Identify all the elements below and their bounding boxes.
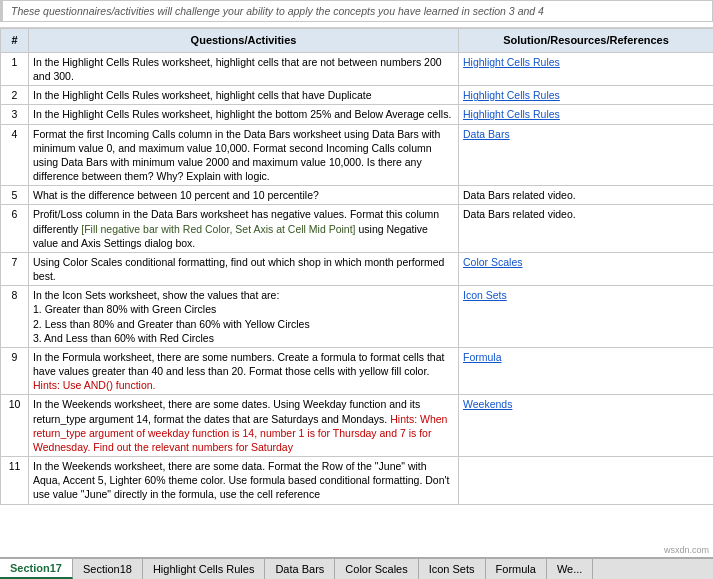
question-text: Using Color Scales conditional formattin… [33,256,447,282]
table-row: 9In the Formula worksheet, there are som… [1,347,714,395]
solution-cell[interactable]: Highlight Cells Rules [459,52,714,85]
table-row: 6Profit/Loss column in the Data Bars wor… [1,205,714,253]
question-cell: In the Weekends worksheet, there are som… [29,457,459,505]
row-number: 6 [1,205,29,253]
row-number: 7 [1,252,29,285]
col-header-num: # [1,29,29,53]
tab-data-bars[interactable]: Data Bars [265,559,335,579]
tab-we...[interactable]: We... [547,559,593,579]
table-row: 10In the Weekends worksheet, there are s… [1,395,714,457]
solution-link[interactable]: Weekends [463,398,512,410]
solution-cell[interactable]: Data Bars [459,124,714,186]
table-row: 2In the Highlight Cells Rules worksheet,… [1,86,714,105]
banner-text: These questionnaires/activities will cha… [0,0,713,22]
table-row: 7Using Color Scales conditional formatti… [1,252,714,285]
question-text: In the Weekends worksheet, there are som… [33,460,452,500]
solution-cell[interactable]: Highlight Cells Rules [459,86,714,105]
row-number: 3 [1,105,29,124]
question-text: Format the first Incoming Calls column i… [33,128,443,183]
app-wrapper: These questionnaires/activities will cha… [0,0,713,579]
tab-highlight-cells-rules[interactable]: Highlight Cells Rules [143,559,266,579]
tab-formula[interactable]: Formula [486,559,547,579]
question-cell: In the Highlight Cells Rules worksheet, … [29,52,459,85]
table-row: 4Format the first Incoming Calls column … [1,124,714,186]
table-header-row: # Questions/Activities Solution/Resource… [1,29,714,53]
solution-link[interactable]: Highlight Cells Rules [463,56,560,68]
solution-link[interactable]: Highlight Cells Rules [463,89,560,101]
question-cell: In the Icon Sets worksheet, show the val… [29,286,459,348]
row-number: 9 [1,347,29,395]
row-number: 2 [1,86,29,105]
question-text-plain: In the Weekends worksheet, there are som… [33,398,420,424]
col-header-solution: Solution/Resources/References [459,29,714,53]
table-row: 8In the Icon Sets worksheet, show the va… [1,286,714,348]
row-number: 1 [1,52,29,85]
question-cell: Profit/Loss column in the Data Bars work… [29,205,459,253]
solution-link[interactable]: Data Bars [463,128,510,140]
question-text-green: [Fill negative bar with Red Color, Set A… [81,223,355,235]
solution-cell: Data Bars related video. [459,205,714,253]
solution-link[interactable]: Icon Sets [463,289,507,301]
main-table: # Questions/Activities Solution/Resource… [0,28,713,505]
solution-cell[interactable]: Weekends [459,395,714,457]
table-row: 3In the Highlight Cells Rules worksheet,… [1,105,714,124]
row-number: 8 [1,286,29,348]
row-number: 11 [1,457,29,505]
tab-section18[interactable]: Section18 [73,559,143,579]
question-text: What is the difference between 10 percen… [33,189,319,201]
solution-cell: Data Bars related video. [459,186,714,205]
solution-cell[interactable]: Formula [459,347,714,395]
tab-color-scales[interactable]: Color Scales [335,559,418,579]
table-row: 5What is the difference between 10 perce… [1,186,714,205]
row-number: 4 [1,124,29,186]
question-text: In the Highlight Cells Rules worksheet, … [33,56,444,82]
question-text: In the Highlight Cells Rules worksheet, … [33,108,451,120]
question-cell: In the Highlight Cells Rules worksheet, … [29,86,459,105]
question-cell: In the Highlight Cells Rules worksheet, … [29,105,459,124]
solution-cell [459,457,714,505]
row-number: 5 [1,186,29,205]
question-cell: Format the first Incoming Calls column i… [29,124,459,186]
question-cell: In the Formula worksheet, there are some… [29,347,459,395]
row-number: 10 [1,395,29,457]
question-cell: What is the difference between 10 percen… [29,186,459,205]
tab-bar: Section17Section18Highlight Cells RulesD… [0,557,713,579]
tab-section17[interactable]: Section17 [0,559,73,579]
question-cell: Using Color Scales conditional formattin… [29,252,459,285]
solution-cell[interactable]: Highlight Cells Rules [459,105,714,124]
solution-link[interactable]: Color Scales [463,256,523,268]
tab-icon-sets[interactable]: Icon Sets [419,559,486,579]
solution-link[interactable]: Highlight Cells Rules [463,108,560,120]
question-text-plain: In the Formula worksheet, there are some… [33,351,444,377]
solution-link[interactable]: Formula [463,351,502,363]
table-row: 1In the Highlight Cells Rules worksheet,… [1,52,714,85]
watermark: wsxdn.com [664,545,709,555]
solution-cell[interactable]: Color Scales [459,252,714,285]
question-cell: In the Weekends worksheet, there are som… [29,395,459,457]
table-row: 11In the Weekends worksheet, there are s… [1,457,714,505]
solution-cell[interactable]: Icon Sets [459,286,714,348]
question-hint: Hints: Use AND() function. [33,379,156,391]
content-area: These questionnaires/activities will cha… [0,0,713,527]
question-text: In the Highlight Cells Rules worksheet, … [33,89,372,101]
question-text: In the Icon Sets worksheet, show the val… [33,289,310,344]
col-header-questions: Questions/Activities [29,29,459,53]
